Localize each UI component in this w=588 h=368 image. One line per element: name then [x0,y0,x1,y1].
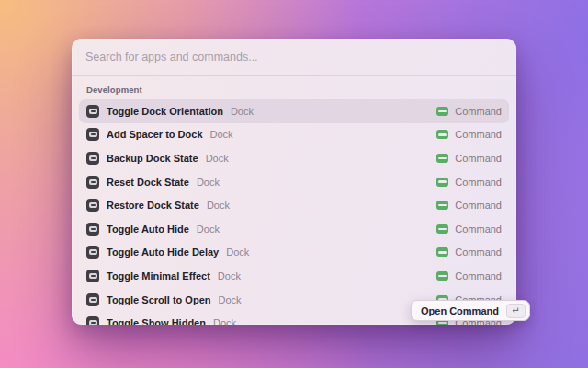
dock-app-icon [86,293,99,306]
dock-app-icon [86,199,99,212]
command-type-label: Command [455,224,502,235]
command-subtitle: Dock [213,317,236,325]
list-item[interactable]: Toggle Dock Orientation Dock Command [79,99,509,123]
desktop-background: { "launcher": { "search": { "placeholder… [0,0,588,368]
row-accessory: Command [436,153,502,164]
command-type-label: Command [455,177,502,188]
row-accessory: Command [436,129,502,140]
dock-app-icon [86,246,99,259]
command-title: Toggle Scroll to Open [107,294,210,305]
dock-app-icon [86,176,99,189]
dock-extension-icon [436,271,448,281]
dock-extension-icon [436,154,448,163]
dock-app-icon [86,152,99,165]
dock-extension-icon [436,178,448,187]
command-title: Toggle Show Hidden [107,317,206,325]
list-item[interactable]: Backup Dock State Dock Command [79,146,509,170]
dock-app-icon [86,270,99,282]
search-bar [72,39,516,75]
list-item[interactable]: Reset Dock State Dock Command [79,170,509,194]
command-type-label: Command [455,200,502,211]
command-subtitle: Dock [218,294,241,305]
command-subtitle: Dock [210,129,233,140]
command-type-label: Command [455,106,502,117]
row-accessory: Command [436,106,502,117]
command-title: Toggle Dock Orientation [107,106,223,117]
dock-extension-icon [436,247,448,257]
command-list: Toggle Dock Orientation Dock Command Add… [72,99,516,325]
dock-extension-icon [436,130,448,139]
return-key-icon: ↵ [506,304,526,318]
open-command-label: Open Command [421,305,499,316]
dock-app-icon [86,105,99,118]
launcher-window: Development Toggle Dock Orientation Dock… [72,39,516,325]
command-subtitle: Dock [226,247,249,258]
dock-extension-icon [436,224,448,234]
dock-app-icon [86,223,99,236]
dock-app-icon [86,316,99,325]
command-subtitle: Dock [231,106,254,117]
search-divider [72,75,516,76]
command-subtitle: Dock [218,270,241,282]
section-header-development: Development [86,85,502,95]
command-title: Backup Dock State [107,153,198,164]
command-subtitle: Dock [207,200,230,211]
dock-app-icon [86,128,99,141]
row-accessory: Command [436,270,502,282]
list-item[interactable]: Toggle Auto Hide Delay Dock Command [79,241,509,265]
list-item[interactable]: Add Spacer to Dock Dock Command [79,123,509,147]
list-item[interactable]: Restore Dock State Dock Command [79,193,509,217]
list-item[interactable]: Toggle Auto Hide Dock Command [79,217,509,241]
open-command-hint[interactable]: Open Command ↵ [411,300,530,321]
command-title: Restore Dock State [107,200,199,211]
command-title: Reset Dock State [107,177,189,188]
command-title: Toggle Auto Hide Delay [107,247,219,258]
row-accessory: Command [436,224,502,235]
dock-extension-icon [436,107,448,116]
command-subtitle: Dock [197,224,220,235]
command-subtitle: Dock [197,177,220,188]
command-title: Toggle Minimal Effect [107,270,210,282]
command-type-label: Command [455,129,502,140]
command-type-label: Command [455,270,502,282]
dock-extension-icon [436,201,448,210]
row-accessory: Command [436,177,502,188]
list-item[interactable]: Toggle Minimal Effect Dock Command [79,264,509,288]
command-subtitle: Dock [206,153,229,164]
command-title: Add Spacer to Dock [107,129,203,140]
row-accessory: Command [436,200,502,211]
command-type-label: Command [455,247,502,258]
row-accessory: Command [436,247,502,258]
command-type-label: Command [455,153,502,164]
command-title: Toggle Auto Hide [107,224,189,235]
search-input[interactable] [85,51,503,63]
